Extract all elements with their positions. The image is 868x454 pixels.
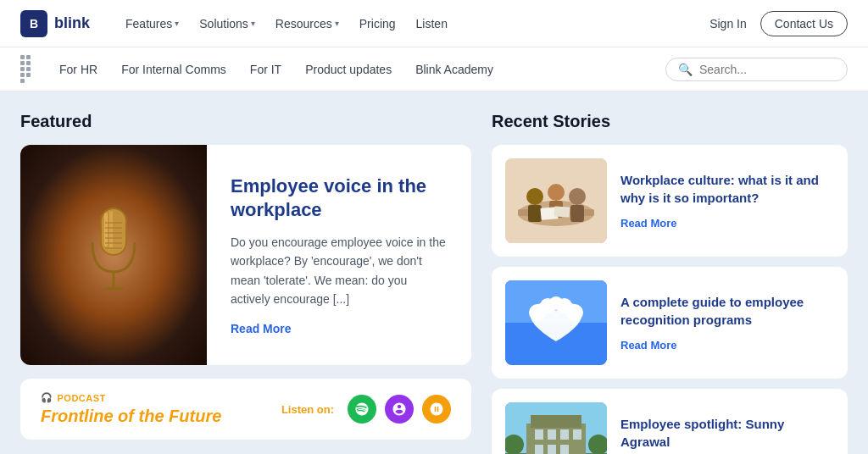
chevron-down-icon: ▾ [335, 19, 339, 28]
story-content-1: A complete guide to employee recognition… [620, 293, 834, 352]
story-read-more-1[interactable]: Read More [620, 339, 676, 352]
featured-read-more[interactable]: Read More [231, 322, 448, 335]
featured-article-title: Employee voice in the workplace [231, 174, 448, 223]
recent-stories-section: Recent Stories [492, 112, 848, 454]
sec-nav-for-internal-comms[interactable]: For Internal Comms [111, 58, 236, 81]
svg-rect-34 [548, 429, 556, 440]
apple-podcasts-button[interactable] [385, 395, 414, 424]
sec-nav-blink-academy[interactable]: Blink Academy [405, 58, 504, 81]
blink-podcast-button[interactable] [422, 395, 451, 424]
logo-text: blink [54, 14, 90, 32]
featured-section: Featured [20, 112, 471, 454]
main-content: Featured [0, 91, 868, 454]
podcast-right: Listen on: [281, 395, 451, 424]
grid-dot [20, 79, 25, 83]
apple-podcast-icon [392, 401, 407, 417]
listen-label: Listen on: [281, 403, 334, 416]
logo-icon: B [20, 10, 47, 37]
grid-dot [26, 55, 31, 59]
svg-rect-39 [560, 445, 569, 454]
featured-title: Featured [20, 112, 471, 131]
grid-dot [20, 55, 25, 59]
building-illustration [505, 402, 607, 454]
nav-listen[interactable]: Listen [408, 12, 456, 36]
svg-point-14 [526, 188, 543, 205]
podcast-info: 🎧 PODCAST Frontline of the Future [41, 392, 221, 426]
chevron-down-icon: ▾ [251, 19, 255, 28]
top-nav: B blink Features ▾ Solutions ▾ Resources… [0, 0, 868, 47]
search-icon: 🔍 [678, 63, 693, 76]
nav-resources[interactable]: Resources ▾ [267, 12, 348, 36]
story-image-1 [505, 280, 607, 365]
featured-article-desc: Do you encourage employee voice in the w… [231, 233, 448, 309]
story-image-0 [505, 158, 607, 243]
contact-us-button[interactable]: Contact Us [760, 11, 848, 36]
nav-pricing[interactable]: Pricing [351, 12, 404, 36]
grid-dot [26, 61, 31, 65]
logo-area[interactable]: B blink [20, 10, 90, 37]
svg-rect-33 [535, 429, 543, 440]
svg-rect-21 [554, 207, 570, 218]
spotify-icon [354, 401, 370, 417]
svg-point-16 [548, 184, 565, 201]
story-content-2: Employee spotlight: Sunny Agrawal Read M… [620, 415, 834, 454]
sign-in-button[interactable]: Sign In [709, 17, 747, 30]
podcast-banner: 🎧 PODCAST Frontline of the Future Listen… [20, 379, 471, 440]
story-content-0: Workplace culture: what is it and why is… [620, 171, 834, 230]
story-card-0: Workplace culture: what is it and why is… [492, 145, 848, 257]
grid-dot [20, 61, 25, 65]
story-card-1: A complete guide to employee recognition… [492, 267, 848, 379]
svg-rect-19 [570, 205, 584, 222]
nav-features[interactable]: Features ▾ [117, 12, 187, 36]
grid-icon[interactable] [20, 55, 36, 83]
story-title-2: Employee spotlight: Sunny Agrawal [620, 415, 834, 451]
story-card-2: Employee spotlight: Sunny Agrawal Read M… [492, 389, 848, 454]
svg-point-18 [569, 188, 586, 205]
story-read-more-0[interactable]: Read More [620, 217, 676, 230]
sec-nav-for-it[interactable]: For IT [240, 58, 292, 81]
grid-dot [26, 73, 31, 77]
workplace-illustration [505, 158, 607, 243]
grid-dot [20, 73, 25, 77]
grid-dot [20, 67, 25, 71]
featured-image [20, 145, 207, 365]
svg-rect-38 [548, 445, 556, 454]
svg-rect-15 [528, 205, 542, 222]
story-title-1: A complete guide to employee recognition… [620, 293, 834, 329]
podcast-label: 🎧 PODCAST [41, 392, 221, 403]
nav-right: Sign In Contact Us [709, 11, 848, 36]
sec-nav-product-updates[interactable]: Product updates [295, 58, 402, 81]
spotify-button[interactable] [348, 395, 376, 424]
grid-dot [26, 67, 31, 71]
podcast-title[interactable]: Frontline of the Future [41, 407, 221, 426]
featured-image-inner [20, 145, 207, 365]
secondary-nav: For HR For Internal Comms For IT Product… [0, 47, 868, 91]
featured-card: Employee voice in the workplace Do you e… [20, 145, 471, 365]
sec-nav-for-hr[interactable]: For HR [49, 58, 108, 81]
microphone-illustration [80, 204, 147, 306]
svg-point-28 [549, 296, 563, 310]
svg-rect-37 [535, 445, 543, 454]
story-title-0: Workplace culture: what is it and why is… [620, 171, 834, 207]
story-image-2 [505, 402, 607, 454]
main-nav: Features ▾ Solutions ▾ Resources ▾ Prici… [117, 12, 709, 36]
search-input[interactable] [699, 63, 835, 76]
cloud-illustration [505, 280, 607, 365]
svg-rect-36 [573, 429, 581, 440]
podcast-icon [429, 401, 444, 417]
headphones-icon: 🎧 [41, 392, 53, 403]
featured-content: Employee voice in the workplace Do you e… [207, 145, 471, 365]
nav-solutions[interactable]: Solutions ▾ [191, 12, 264, 36]
chevron-down-icon: ▾ [175, 19, 179, 28]
logo-letter: B [30, 17, 38, 30]
svg-rect-35 [560, 429, 569, 440]
svg-rect-1 [104, 213, 108, 246]
recent-stories-title: Recent Stories [492, 112, 848, 131]
svg-rect-32 [531, 415, 581, 428]
search-box[interactable]: 🔍 [665, 58, 848, 81]
podcast-icons [348, 395, 451, 424]
